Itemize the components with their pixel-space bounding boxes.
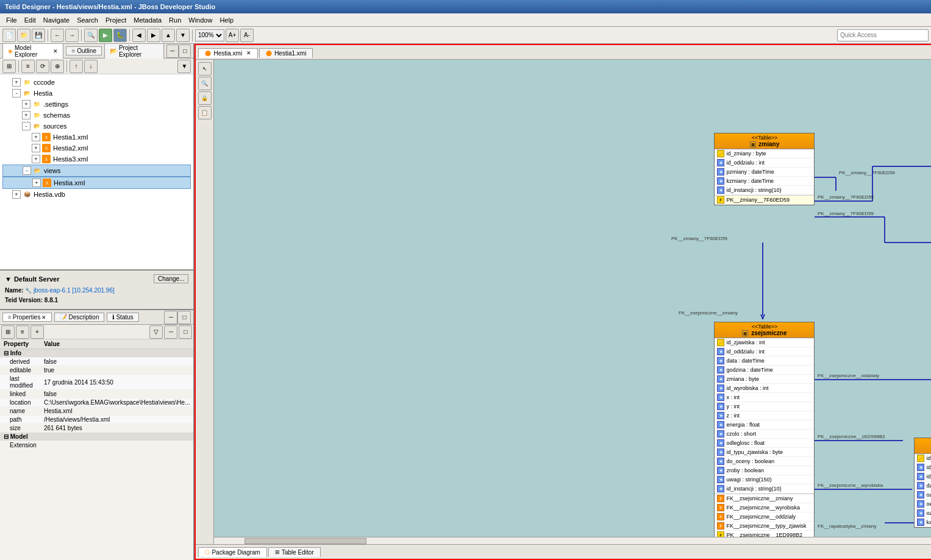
toolbar-nav-up[interactable]: ▲ xyxy=(162,29,175,42)
zoom-in-btn[interactable]: A+ xyxy=(226,29,239,42)
tree-item-sources[interactable]: - 📂 sources xyxy=(2,121,191,132)
outline-icon: ≡ xyxy=(71,48,75,54)
tab-description[interactable]: 📝 Description xyxy=(54,313,104,322)
tree-item-hestia2xml[interactable]: + X Hestia2.xml xyxy=(2,143,191,154)
left-toolbar-more[interactable]: ▼ xyxy=(177,60,191,73)
menu-help[interactable]: Help xyxy=(216,15,237,25)
expand-hestia[interactable]: - xyxy=(12,89,21,97)
menu-run[interactable]: Run xyxy=(165,15,185,25)
menu-project[interactable]: Project xyxy=(102,15,130,25)
menu-file[interactable]: File xyxy=(2,15,21,25)
props-view-menu[interactable]: ▽ xyxy=(149,325,163,339)
minimize-left-btn[interactable]: ─ xyxy=(166,44,179,58)
tab-table-editor[interactable]: ⊞ Table Editor xyxy=(268,547,321,557)
tree-item-views[interactable]: - 📂 views xyxy=(2,165,191,177)
props-maximize-btn[interactable]: □ xyxy=(177,311,191,324)
left-toolbar-btn1[interactable]: ⊞ xyxy=(2,60,16,73)
table-rapakustyka[interactable]: <<Table>> ⊞ rapakustyka 🔑 id_zjawiska : … xyxy=(914,438,931,528)
props-max[interactable]: □ xyxy=(179,325,192,339)
expand-hestia2[interactable]: + xyxy=(32,144,40,152)
expand-cccode[interactable]: + xyxy=(12,78,21,87)
close-props-icon[interactable]: ✕ xyxy=(41,314,46,321)
left-toolbar-btn2[interactable]: ≡ xyxy=(21,60,35,73)
table-zsejsmiczne[interactable]: <<Table>> ⊞ zsejsmiczne 🔑 id_zjawiska : … xyxy=(714,322,815,541)
props-btn2[interactable]: ≡ xyxy=(16,325,29,339)
toolbar-nav-fwd[interactable]: ▶ xyxy=(147,29,160,42)
expand-hestia3[interactable]: + xyxy=(32,155,40,163)
prop-path-label: path xyxy=(0,416,40,424)
props-min[interactable]: ─ xyxy=(164,325,177,339)
h-scrollbar[interactable] xyxy=(214,537,931,544)
toolbar-forward-btn[interactable]: → xyxy=(65,29,79,42)
toolbar-nav-down[interactable]: ▼ xyxy=(176,29,190,42)
section-info: ⊟ Info xyxy=(0,349,193,358)
tab-model-explorer[interactable]: ◈ Model Explorer ✕ xyxy=(2,43,63,59)
expand-views[interactable]: - xyxy=(23,166,31,175)
menu-navigate[interactable]: Navigate xyxy=(40,15,73,25)
toolbar-search-btn[interactable]: 🔍 xyxy=(84,29,98,42)
expand-hestia-vdb[interactable]: + xyxy=(12,190,21,199)
tree-item-hestiaxml[interactable]: + X Hestia.xml xyxy=(2,177,191,189)
menu-metadata[interactable]: Metadata xyxy=(130,15,165,25)
props-minimize-btn[interactable]: ─ xyxy=(164,311,177,324)
expand-schemas[interactable]: + xyxy=(22,111,30,119)
expand-sources[interactable]: - xyxy=(22,122,30,130)
tree-item-schemas[interactable]: + 📁 schemas xyxy=(2,110,191,121)
close-model-explorer-icon[interactable]: ✕ xyxy=(53,48,58,54)
left-toolbar-btn6[interactable]: ↓ xyxy=(84,60,98,73)
toolbar-new-btn[interactable]: 📄 xyxy=(2,29,16,42)
side-select-btn[interactable]: ↖ xyxy=(198,62,212,76)
rapakustyka-stereotype: <<Table>> xyxy=(918,439,931,445)
tree-item-hestia[interactable]: - 📂 Hestia xyxy=(2,88,191,99)
left-toolbar-btn5[interactable]: ↑ xyxy=(70,60,83,73)
tab-outline[interactable]: ≡ Outline xyxy=(66,46,102,55)
h-scroll-thumb[interactable] xyxy=(244,538,366,544)
change-server-btn[interactable]: Change... xyxy=(154,274,188,283)
tree-panel[interactable]: + 📁 cccode - 📂 Hestia + 📁 .settings xyxy=(0,74,193,269)
left-toolbar-btn3[interactable]: ⟳ xyxy=(36,60,49,73)
left-toolbar: ⊞ ≡ ⟳ ⊕ ↑ ↓ ▼ xyxy=(0,58,193,74)
table-zmiany[interactable]: <<Table>> ⊞ zmiany 🔑 id_zmiany : byte ◈ xyxy=(714,133,815,205)
server-name-link[interactable]: 🔧 jboss-eap-6.1 [10.254.201.96] xyxy=(25,287,114,294)
expand-settings[interactable]: + xyxy=(22,100,30,108)
toolbar-back-btn[interactable]: ← xyxy=(51,29,64,42)
tab-properties[interactable]: ≡ Properties ✕ xyxy=(2,313,52,322)
maximize-left-btn[interactable]: □ xyxy=(179,44,191,58)
tab-hestia1-xmi[interactable]: ⬤ Hestia1.xmi xyxy=(259,48,313,58)
toolbar-save-btn[interactable]: 💾 xyxy=(32,29,45,42)
expand-hestia1[interactable]: + xyxy=(32,133,40,141)
tree-item-hestia-vdb[interactable]: + 📦 Hestia.vdb xyxy=(2,189,191,200)
toolbar-open-btn[interactable]: 📁 xyxy=(17,29,30,42)
canvas-area[interactable]: PK__zmiany__7F60ED59 PK__zmiany__7F60ED5… xyxy=(214,60,931,544)
tab-package-diagram[interactable]: ⬡ Package Diagram xyxy=(198,547,266,557)
toolbar-nav-back[interactable]: ◀ xyxy=(132,29,146,42)
tree-item-hestia3xml[interactable]: + X Hestia3.xml xyxy=(2,154,191,165)
tree-item-cccode[interactable]: + 📁 cccode xyxy=(2,77,191,88)
prop-path-value: /Hestia/views/Hestia.xml xyxy=(40,416,194,424)
tab-hestia-xmi[interactable]: ⬤ Hestia.xmi ✕ xyxy=(198,48,258,58)
tree-item-settings[interactable]: + 📁 .settings xyxy=(2,99,191,110)
left-toolbar-btn4[interactable]: ⊕ xyxy=(51,60,64,73)
toolbar-debug-btn[interactable]: 🐛 xyxy=(113,29,127,42)
expand-hestiaxml[interactable]: + xyxy=(32,179,41,187)
collapse-server-icon[interactable]: ▼ xyxy=(5,275,12,283)
tab-project-explorer[interactable]: 📂 Project Explorer xyxy=(104,43,164,59)
zoom-select[interactable]: 100% 75% 50% 150% xyxy=(195,29,224,41)
menu-search[interactable]: Search xyxy=(73,15,102,25)
props-btn1[interactable]: ⊞ xyxy=(1,325,15,339)
side-note-btn[interactable]: 📋 xyxy=(198,106,212,119)
tab-status[interactable]: ℹ Status xyxy=(107,313,138,322)
menu-window[interactable]: Window xyxy=(185,15,216,25)
props-btn3[interactable]: + xyxy=(30,325,44,339)
toolbar-run-btn[interactable]: ▶ xyxy=(99,29,112,42)
side-zoom-btn[interactable]: 🔍 xyxy=(198,77,212,90)
menu-edit[interactable]: Edit xyxy=(21,15,40,25)
tree-item-hestia1xml[interactable]: + X Hestia1.xml xyxy=(2,132,191,143)
zoom-out-btn[interactable]: A- xyxy=(240,29,254,42)
zsejsmiczne-stereotype: <<Table>> xyxy=(718,324,810,330)
rfi-1: ◈ xyxy=(917,464,924,471)
side-lock-btn[interactable]: 🔒 xyxy=(198,91,212,105)
close-hestia-xmi-icon[interactable]: ✕ xyxy=(246,50,251,56)
vdb-icon: 📦 xyxy=(22,190,32,199)
quick-access-input[interactable] xyxy=(837,29,929,41)
